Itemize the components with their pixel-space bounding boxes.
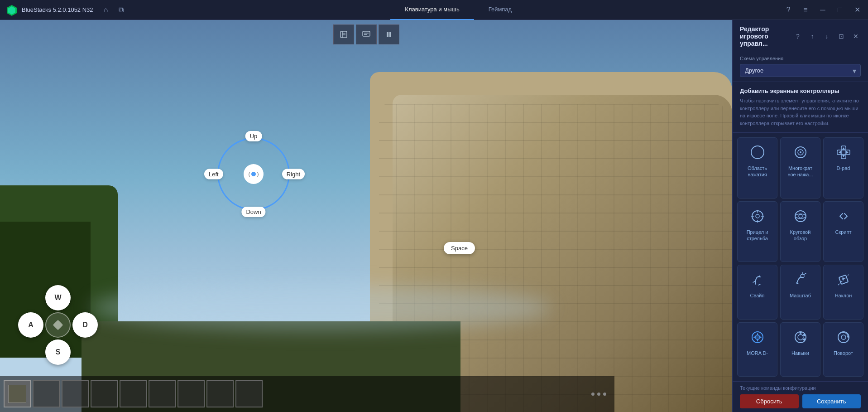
- panel-upload-icon[interactable]: ↑: [807, 31, 817, 41]
- controller-orbit[interactable]: Круговойобзор: [780, 201, 820, 262]
- controller-dpad-label: D-pad: [837, 165, 850, 171]
- controller-aim[interactable]: Прицел истрельба: [737, 201, 777, 262]
- reset-button[interactable]: Сбросить: [740, 394, 799, 408]
- orbit-icon: [791, 206, 810, 226]
- dpad-up-label: Up: [245, 131, 262, 141]
- toolbar-slot-6[interactable]: [149, 380, 176, 407]
- mist-effect: [91, 285, 551, 330]
- dpad-center-inner: ( ): [249, 172, 259, 177]
- dpad-right-label: Right: [282, 169, 305, 179]
- dpad-left-label: Left: [204, 169, 223, 179]
- controller-scale[interactable]: Масштаб: [780, 265, 820, 319]
- panel-title: Редактор игрового управл...: [740, 25, 793, 47]
- controller-multi[interactable]: Многократное нажа...: [780, 137, 820, 199]
- controller-scale-label: Масштаб: [790, 292, 811, 299]
- controller-script-label: Скрипт: [835, 229, 851, 235]
- svg-marker-35: [753, 336, 755, 338]
- dpad-center-btn[interactable]: ( ): [244, 164, 264, 184]
- topbar: BlueStacks 5.2.0.1052 N32 ⌂ ⧉ Клавиатура…: [0, 0, 868, 20]
- mora-d-icon: [748, 327, 767, 347]
- turn-icon: [834, 327, 854, 347]
- save-button[interactable]: Сохранить: [802, 394, 861, 408]
- key-d[interactable]: D: [72, 312, 98, 338]
- game-view: Up Down Left Right ( ) W A: [0, 20, 732, 412]
- wasd-diamond-center: [45, 312, 71, 338]
- svg-marker-33: [757, 333, 758, 335]
- controller-skills[interactable]: Навыки: [780, 322, 820, 377]
- close-icon[interactable]: ✕: [852, 5, 863, 15]
- scheme-label: Схема управления: [740, 56, 861, 61]
- toolbar-slot-7[interactable]: [177, 380, 205, 407]
- topbar-nav-icons: ⌂ ⧉: [101, 5, 127, 15]
- wasd-top-row: W: [18, 285, 98, 310]
- toolbar-slot-9[interactable]: [235, 380, 263, 407]
- key-a[interactable]: A: [18, 312, 43, 338]
- svg-rect-7: [387, 32, 388, 37]
- controller-turn-label: Поворот: [834, 350, 853, 356]
- key-space[interactable]: Space: [444, 242, 475, 254]
- panel-close-icon[interactable]: ✕: [851, 31, 861, 41]
- tab-gamepad[interactable]: Геймпад: [474, 0, 526, 20]
- svg-point-39: [799, 331, 801, 334]
- controller-tilt[interactable]: Наклон: [823, 265, 863, 319]
- svg-marker-30: [841, 277, 844, 280]
- controller-tilt-label: Наклон: [835, 292, 852, 299]
- main-area: Up Down Left Right ( ) W A: [0, 20, 868, 412]
- dpad-control[interactable]: Up Down Left Right ( ): [217, 138, 290, 210]
- controller-multi-label: Многократное нажа...: [787, 165, 813, 178]
- svg-marker-17: [839, 151, 841, 154]
- skills-icon: [791, 327, 810, 347]
- aim-icon: [748, 206, 767, 226]
- panel-bottom: Текущие команды конфигурации Сбросить Со…: [733, 381, 868, 412]
- hamburger-icon[interactable]: ≡: [800, 5, 811, 15]
- panel-bottom-buttons: Сбросить Сохранить: [740, 394, 861, 408]
- topbar-right-actions: ? ≡ ─ □ ✕: [783, 5, 863, 15]
- home-icon[interactable]: ⌂: [101, 5, 111, 15]
- panel-header-icons: ? ↑ ↓ ⊡ ✕: [793, 31, 861, 41]
- minimize-icon[interactable]: ─: [817, 5, 828, 15]
- app-brand: BlueStacks 5.2.0.1052 N32: [22, 6, 93, 13]
- controller-skills-label: Навыки: [791, 350, 809, 356]
- add-controllers-section: Добавить экранные контроллеры Чтобы назн…: [733, 82, 868, 133]
- controller-mora[interactable]: MORA D-: [737, 322, 777, 377]
- toolbar-chat-btn[interactable]: [356, 24, 377, 44]
- tab-keyboard[interactable]: Клавиатура и мышь: [390, 0, 474, 20]
- controller-swipe[interactable]: Свайп: [737, 265, 777, 319]
- svg-marker-18: [846, 151, 849, 154]
- game-top-toolbar: [333, 24, 399, 44]
- toolbar-slot-4[interactable]: [91, 380, 118, 407]
- controller-area[interactable]: Областьнажатия: [737, 137, 777, 199]
- controller-orbit-label: Круговойобзор: [790, 229, 811, 242]
- key-s[interactable]: S: [45, 339, 71, 365]
- svg-point-38: [798, 334, 803, 340]
- panel-download-icon[interactable]: ↓: [822, 31, 832, 41]
- controller-dpad[interactable]: D-pad: [823, 137, 863, 199]
- swipe-icon: [748, 270, 767, 290]
- controller-turn[interactable]: Поворот: [823, 322, 863, 377]
- toolbar-slot-1[interactable]: [4, 380, 31, 407]
- area-icon: [748, 142, 767, 162]
- toolbar-flag-btn[interactable]: [333, 24, 354, 44]
- svg-point-41: [803, 338, 805, 340]
- panel-help-icon[interactable]: ?: [793, 31, 803, 41]
- toolbar-dot-3: [603, 393, 606, 396]
- key-w[interactable]: W: [45, 285, 71, 310]
- toolbar-slot-3[interactable]: [62, 380, 89, 407]
- toolbar-slot-5[interactable]: [120, 380, 147, 407]
- panel-header: Редактор игрового управл... ? ↑ ↓ ⊡ ✕: [733, 20, 868, 51]
- controller-script[interactable]: Скрипт: [823, 201, 863, 262]
- scale-icon: [791, 270, 810, 290]
- dpad-bracket-left: (: [249, 172, 250, 177]
- scheme-select[interactable]: Другое: [740, 64, 861, 77]
- topbar-tabs: Клавиатура и мышь Геймпад: [134, 0, 783, 20]
- toolbar-slot-8[interactable]: [206, 380, 234, 407]
- help-icon[interactable]: ?: [783, 5, 794, 15]
- toolbar-slot-2[interactable]: [33, 380, 60, 407]
- toolbar-pause-btn[interactable]: [379, 24, 399, 44]
- add-controllers-desc: Чтобы назначить элемент управления, клик…: [740, 97, 861, 127]
- toolbar-dot-2: [597, 393, 600, 396]
- panel-expand-icon[interactable]: ⊡: [836, 31, 846, 41]
- svg-point-9: [751, 146, 764, 159]
- maximize-icon[interactable]: □: [834, 5, 845, 15]
- window-icon[interactable]: ⧉: [116, 5, 127, 15]
